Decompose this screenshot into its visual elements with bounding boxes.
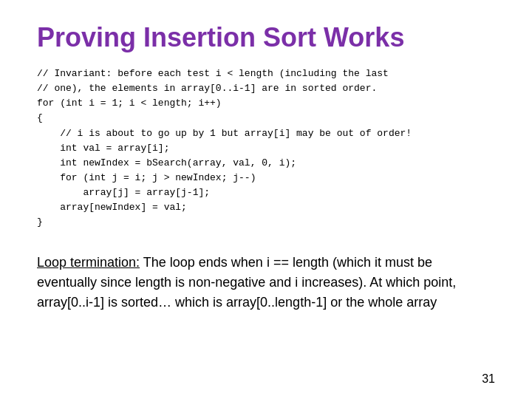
- code-block: // Invariant: before each test i < lengt…: [37, 66, 495, 231]
- body-text: Loop termination: The loop ends when i =…: [37, 253, 495, 313]
- loop-termination-label: Loop termination:: [37, 255, 140, 270]
- slide-title: Proving Insertion Sort Works: [37, 22, 495, 53]
- slide-number: 31: [482, 372, 495, 386]
- slide: Proving Insertion Sort Works // Invarian…: [0, 0, 532, 399]
